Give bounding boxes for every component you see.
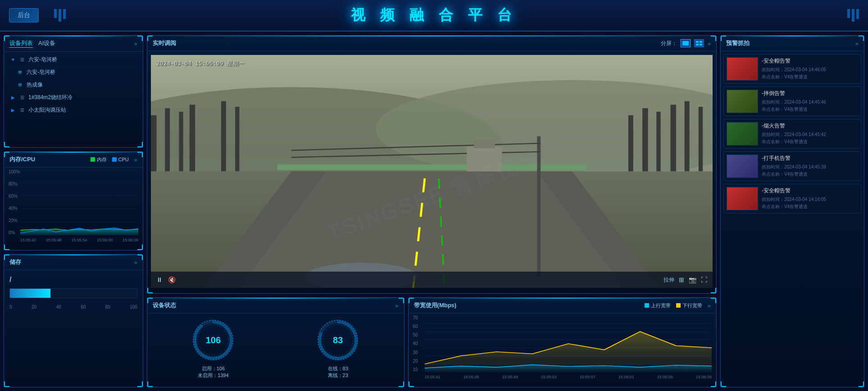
bw-y-70: 70 bbox=[413, 315, 418, 320]
svg-rect-18 bbox=[628, 115, 633, 172]
alert-item-4[interactable]: -安全帽告警 抓拍时间：2024-03-04 14:16:05 布点名称：V4告… bbox=[723, 184, 861, 214]
screenshot-icon[interactable]: 📷 bbox=[689, 276, 696, 283]
bw-x-3: 15:05:49 bbox=[502, 375, 518, 379]
mem-cpu-svg bbox=[20, 169, 138, 235]
bw-x-8: 15:06:09 bbox=[696, 375, 712, 379]
alert-thumb-4 bbox=[727, 187, 758, 210]
bandwidth-header: 带宽使用(Mbps) 上行宽带 下行宽带 » bbox=[409, 298, 716, 314]
alert-time-1: 抓拍时间：2024-03-04 14:45:46 bbox=[762, 99, 858, 105]
alert-item-2[interactable]: -烟火告警 抓拍时间：2024-03-04 14:45:42 布点名称：V4告警… bbox=[723, 119, 861, 149]
bw-x-4: 15:05:53 bbox=[541, 375, 557, 379]
main-layout: 设备列表 AI设备 » ▼ ☰ 六安-皂河桥 ⛨ 六安-皂河桥 ⛨ 热成像 bbox=[0, 32, 868, 391]
bw-y-60: 60 bbox=[413, 324, 418, 329]
right-panel: 预警抓拍 » -安全帽告警 抓拍时间：2024-03-04 14:46:05 布… bbox=[720, 35, 864, 387]
pause-button[interactable]: ⏸ bbox=[156, 276, 163, 283]
svg-rect-13 bbox=[165, 108, 170, 171]
gauge-label-1: 启用：106 未启用：1394 bbox=[198, 365, 228, 379]
gauge-offline: 离线：23 bbox=[328, 373, 348, 378]
single-screen-btn[interactable] bbox=[681, 39, 691, 47]
grid-cell-single bbox=[682, 41, 689, 45]
alert-info-0: -安全帽告警 抓拍时间：2024-03-04 14:46:05 布点名称：V4告… bbox=[762, 57, 858, 81]
tree-item-group-3[interactable]: ▶ ☰ 小太阳沟调压站 bbox=[8, 104, 139, 117]
alert-location-1: 布点名称：V4告警通道 bbox=[762, 106, 858, 113]
gauge-unused: 未启用：1394 bbox=[198, 373, 228, 378]
alert-thumb-0 bbox=[727, 57, 758, 81]
storage-x-20: 20 bbox=[32, 305, 36, 309]
alert-title: 预警抓拍 bbox=[726, 39, 750, 47]
video-screen-controls: 分屏： » bbox=[661, 39, 711, 47]
x-label-4: 15:06:00 bbox=[97, 238, 113, 242]
device-status-panel: 设备状态 » 106 bbox=[147, 297, 404, 387]
mem-cpu-header: 内存/CPU 内存 CPU » bbox=[4, 152, 143, 168]
bw-x-6: 15:06:01 bbox=[618, 375, 634, 379]
video-expand[interactable]: » bbox=[708, 40, 711, 47]
device-list-expand[interactable]: » bbox=[134, 40, 137, 47]
tab-device-list[interactable]: 设备列表 bbox=[9, 39, 33, 48]
mem-cpu-legend: 内存 CPU » bbox=[91, 156, 137, 163]
alert-thumb-3 bbox=[727, 155, 758, 178]
bw-y-10: 10 bbox=[413, 367, 418, 372]
device-tabs: 设备列表 AI设备 bbox=[9, 39, 55, 48]
y-label-60: 60% bbox=[9, 194, 20, 199]
tab-ai-device[interactable]: AI设备 bbox=[38, 39, 55, 48]
bw-chart-inner bbox=[425, 315, 712, 372]
device-tree: ▼ ☰ 六安-皂河桥 ⛨ 六安-皂河桥 ⛨ 热成像 ▶ ☰ 1#384m2烧结环… bbox=[4, 52, 143, 145]
svg-rect-34 bbox=[467, 147, 502, 172]
bandwidth-panel: 带宽使用(Mbps) 上行宽带 下行宽带 » bbox=[408, 297, 717, 387]
svg-rect-19 bbox=[642, 108, 648, 171]
back-button[interactable]: 后台 bbox=[9, 8, 39, 23]
bw-y-30: 30 bbox=[413, 350, 418, 355]
left-panel: 设备列表 AI设备 » ▼ ☰ 六安-皂河桥 ⛨ 六安-皂河桥 ⛨ 热成像 bbox=[4, 35, 143, 387]
svg-rect-22 bbox=[685, 101, 690, 172]
x-label-2: 15:05:48 bbox=[46, 238, 62, 242]
gauge-online: 83 在线：83 离线：23 bbox=[315, 318, 360, 379]
alert-info-1: -摔倒告警 抓拍时间：2024-03-04 14:45:46 布点名称：V4告警… bbox=[762, 90, 858, 113]
bandwidth-expand[interactable]: » bbox=[708, 302, 711, 309]
bw-x-5: 15:05:57 bbox=[580, 375, 595, 379]
tree-item-group-1[interactable]: ▼ ☰ 六安-皂河桥 bbox=[8, 54, 139, 66]
svg-rect-23 bbox=[699, 107, 703, 171]
alert-item-1[interactable]: -摔倒告警 抓拍时间：2024-03-04 14:45:46 布点名称：V4告警… bbox=[723, 86, 861, 116]
bw-y-50: 50 bbox=[413, 332, 418, 337]
cpu-legend-label: CPU bbox=[118, 157, 129, 162]
tree-item-camera-2[interactable]: ⛨ 热成像 bbox=[8, 79, 139, 91]
storage-header: 储存 » bbox=[4, 255, 143, 270]
tree-item-camera-1[interactable]: ⛨ 六安-皂河桥 bbox=[8, 66, 139, 79]
tree-item-label-5: 小太阳沟调压站 bbox=[28, 106, 66, 114]
video-bottom-bar: ⏸ 🔇 拉伸 ⊞ 📷 ⛶ bbox=[151, 272, 713, 288]
alert-item-0[interactable]: -安全帽告警 抓拍时间：2024-03-04 14:46:05 布点名称：V4告… bbox=[723, 54, 861, 84]
video-play-controls: ⏸ 🔇 bbox=[156, 276, 176, 283]
device-status-expand[interactable]: » bbox=[395, 302, 398, 309]
bandwidth-chart-area: 70 60 50 40 30 20 10 bbox=[409, 314, 716, 383]
video-timestamp: 2024-03-04 15:06:09 星期一 bbox=[156, 59, 245, 68]
down-bw-label: 下行宽带 bbox=[682, 302, 702, 309]
tree-item-label-1: 六安-皂河桥 bbox=[28, 56, 57, 64]
down-bw-dot bbox=[676, 303, 681, 308]
grid-cell-3 bbox=[696, 44, 699, 45]
alert-list: -安全帽告警 抓拍时间：2024-03-04 14:46:05 布点名称：V4告… bbox=[721, 51, 864, 383]
gauge-area: 106 启用：106 未启用：1394 bbox=[147, 314, 404, 383]
quad-screen-btn[interactable] bbox=[694, 39, 704, 47]
alert-time-0: 抓拍时间：2024-03-04 14:46:05 bbox=[762, 67, 858, 73]
fullscreen-icon[interactable]: ⛶ bbox=[701, 276, 707, 283]
alert-info-2: -烟火告警 抓拍时间：2024-03-04 14:45:42 布点名称：V4告警… bbox=[762, 122, 858, 145]
alert-expand[interactable]: » bbox=[855, 40, 859, 47]
mem-cpu-expand[interactable]: » bbox=[134, 156, 137, 163]
storage-expand[interactable]: » bbox=[134, 259, 137, 266]
alert-item-3[interactable]: -打手机告警 抓拍时间：2024-03-04 14:45:39 布点名称：V4告… bbox=[723, 151, 861, 181]
mute-button[interactable]: 🔇 bbox=[168, 276, 176, 283]
mem-cpu-chart-inner bbox=[20, 169, 138, 235]
x-label-1: 15:05:42 bbox=[20, 238, 36, 242]
alert-thumb-1 bbox=[727, 90, 758, 113]
up-bw-legend: 上行宽带 bbox=[645, 302, 671, 309]
tree-item-group-2[interactable]: ▶ ☰ 1#384m2烧结环冷 bbox=[8, 91, 139, 104]
header-deco-left bbox=[54, 9, 66, 22]
storage-content: / 0 20 40 60 80 100 bbox=[4, 270, 143, 315]
alert-title-1: -摔倒告警 bbox=[762, 90, 858, 97]
mem-cpu-x-labels: 15:05:42 15:05:48 15:05:54 15:06:00 15:0… bbox=[20, 238, 138, 242]
gauge-total: 106 启用：106 未启用：1394 bbox=[191, 318, 236, 379]
ptz-icon[interactable]: ⊞ bbox=[679, 276, 684, 283]
svg-rect-35 bbox=[474, 140, 495, 148]
video-area: 2024-03-04 15:06:09 星期一 ⏸ 🔇 拉伸 ⊞ 📷 ⛶ bbox=[151, 55, 713, 288]
mem-legend: 内存 bbox=[91, 156, 107, 163]
